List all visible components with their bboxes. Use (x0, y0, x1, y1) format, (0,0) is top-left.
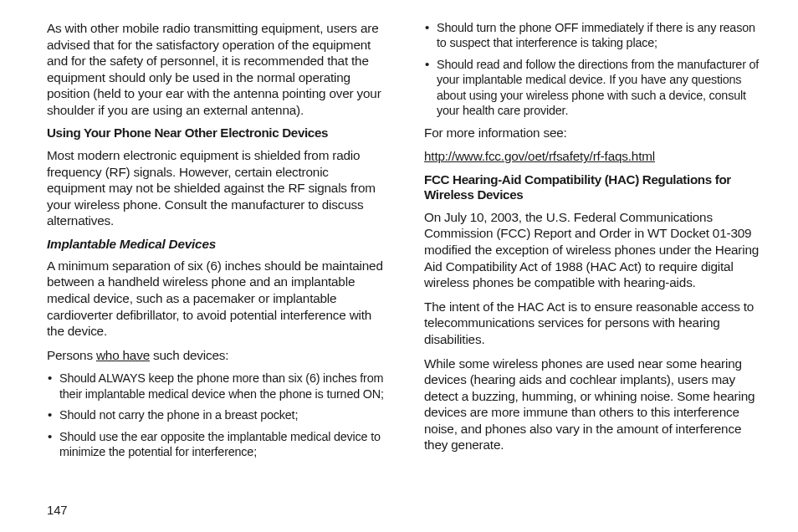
hac-paragraph-1: On July 10, 2003, the U.S. Federal Commu… (424, 209, 761, 291)
right-column: Should turn the phone OFF immediately if… (424, 20, 761, 499)
left-column: As with other mobile radio transmitting … (47, 20, 384, 499)
rf-shielding-paragraph: Most modern electronic equipment is shie… (47, 147, 384, 229)
heading-using-near-electronics: Using Your Phone Near Other Electronic D… (47, 125, 384, 141)
fcc-url: http://www.fcc.gov/oet/rfsafety/rf-faqs.… (424, 148, 761, 165)
list-item: Should turn the phone OFF immediately if… (424, 20, 761, 51)
intro-paragraph: As with other mobile radio transmitting … (47, 20, 384, 118)
right-bullet-list: Should turn the phone OFF immediately if… (424, 20, 761, 119)
hac-paragraph-3: While some wireless phones are used near… (424, 356, 761, 453)
page-number: 147 (47, 503, 67, 517)
more-info-label: For more information see: (424, 125, 761, 141)
subheading-implantable: Implantable Medical Devices (47, 237, 384, 252)
heading-hac-regulations: FCC Hearing-Aid Compatibility (HAC) Regu… (424, 172, 761, 203)
list-item: Should not carry the phone in a breast p… (47, 407, 384, 422)
list-item: Should read and follow the directions fr… (424, 57, 761, 119)
page-columns: As with other mobile radio transmitting … (47, 20, 761, 499)
hac-paragraph-2: The intent of the HAC Act is to ensure r… (424, 299, 761, 348)
list-item: Should ALWAYS keep the phone more than s… (47, 371, 384, 402)
left-bullet-list: Should ALWAYS keep the phone more than s… (47, 371, 384, 459)
separation-paragraph: A minimum separation of six (6) inches s… (47, 258, 384, 340)
list-item: Should use the ear opposite the implanta… (47, 429, 384, 460)
persons-who-have: Persons who have such devices: (47, 347, 384, 364)
